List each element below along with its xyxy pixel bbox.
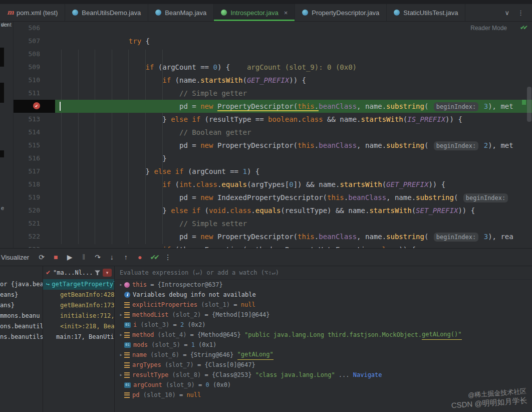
editor-scrollbar[interactable] bbox=[527, 87, 531, 122]
thread-group-item[interactable]: ns.beanutils} bbox=[0, 332, 43, 342]
line-number[interactable]: 518 bbox=[13, 178, 55, 191]
line-number[interactable]: 519 bbox=[13, 191, 55, 204]
stack-frame-getbeaninfo-428-in[interactable]: getBeanInfo:428, In bbox=[43, 290, 114, 300]
equals-sign: = bbox=[169, 320, 180, 330]
line-number[interactable]: 513 bbox=[13, 113, 55, 126]
code-line-512[interactable]: ✔ pd = new PropertyDescriptor(this.beanC… bbox=[13, 100, 532, 113]
variable-row-info[interactable]: iVariables debug info not available bbox=[115, 290, 532, 300]
variable-value[interactable]: Navigate bbox=[353, 370, 382, 380]
code-line-519[interactable]: 519 pd = new IndexedPropertyDescriptor(t… bbox=[13, 191, 532, 204]
tabs-more-icon[interactable]: ⋮ bbox=[517, 9, 524, 17]
line-number[interactable]: 508 bbox=[13, 48, 55, 61]
thread-group-item[interactable]: ons.beanutil bbox=[0, 321, 43, 332]
thread-group-item[interactable]: mmons.beanu bbox=[0, 311, 43, 321]
rerun-debug-icon[interactable]: ⟳ bbox=[36, 253, 47, 261]
variable-row-method[interactable]: ▸method (slot_4) = {Method@645} "public … bbox=[115, 330, 532, 340]
code-line-509[interactable]: 509 if (argCount == 0) { argCount (slot_… bbox=[13, 61, 532, 74]
stack-frame-init-218-beanma[interactable]: <init>:218, BeanMa bbox=[43, 321, 114, 332]
expand-chevron-icon[interactable]: ▸ bbox=[118, 310, 124, 320]
line-number[interactable]: ✔ bbox=[13, 100, 55, 113]
code-line-506[interactable]: 506 bbox=[13, 22, 532, 35]
code-line-511[interactable]: 511 // Simple getter bbox=[13, 87, 532, 100]
thread-group-item[interactable]: ans} bbox=[0, 300, 43, 311]
thread-selector-dropdown-icon[interactable]: ▾ bbox=[103, 269, 112, 277]
line-number[interactable]: 507 bbox=[13, 35, 55, 48]
editor-tab-introspector-java[interactable]: Introspector.java× bbox=[214, 4, 295, 21]
line-number[interactable]: 522 bbox=[13, 230, 55, 243]
filter-frames-icon[interactable] bbox=[95, 270, 100, 276]
stack-frame-initialise-712-beann[interactable]: initialise:712, BeanN bbox=[43, 311, 114, 321]
code-line-513[interactable]: 513 } else if (resultType == boolean.cla… bbox=[13, 113, 532, 126]
line-number[interactable]: 511 bbox=[13, 87, 55, 100]
variable-value: null bbox=[186, 390, 201, 400]
code-line-510[interactable]: 510 if (name.startsWith(GET_PREFIX)) { bbox=[13, 74, 532, 87]
code-token: this bbox=[298, 233, 315, 241]
variable-row-argtypes[interactable]: argTypes (slot_7) = {Class[0]@647} bbox=[115, 360, 532, 370]
editor-tab-propertydescriptor-java[interactable]: PropertyDescriptor.java bbox=[295, 4, 387, 21]
line-number[interactable]: 514 bbox=[13, 126, 55, 139]
line-number[interactable]: 515 bbox=[13, 139, 55, 152]
visualizer-label[interactable]: Visualizer bbox=[1, 254, 29, 261]
expand-chevron-icon[interactable]: ▸ bbox=[118, 350, 124, 360]
stack-frame-main-17-beanutilsd[interactable]: main:17, BeanUtilsD bbox=[43, 332, 114, 342]
code-line-518[interactable]: 518 if (int.class.equals(argTypes[0]) &&… bbox=[13, 178, 532, 191]
code-line-508[interactable]: 508 bbox=[13, 48, 532, 61]
code-line-515[interactable]: 515 pd = new PropertyDescriptor(this.bea… bbox=[13, 139, 532, 152]
step-into-icon[interactable]: ↓ bbox=[106, 253, 117, 261]
variable-row-resulttype[interactable]: ▸resultType (slot_8) = {Class@253} "clas… bbox=[115, 370, 532, 380]
code-line-517[interactable]: 517 } else if (argCount == 1) { bbox=[13, 165, 532, 178]
reader-mode-label[interactable]: Reader Mode bbox=[470, 25, 507, 32]
code-line-522[interactable]: 522 pd = new PropertyDescriptor(this.bea… bbox=[13, 230, 532, 243]
code-line-523[interactable]: 523 if (throwsException(method, Property… bbox=[13, 243, 532, 248]
expand-chevron-icon[interactable]: ▸ bbox=[118, 330, 124, 340]
editor-tab-staticutilstest-java[interactable]: StaticUtilsTest.java bbox=[387, 4, 465, 21]
prim-icon: 01 bbox=[124, 382, 131, 388]
editor-tab-pom-xml-test[interactable]: mpom.xml (test) bbox=[0, 4, 65, 21]
stack-frame-getbeaninfo-173-in[interactable]: getBeanInfo:173, In bbox=[43, 300, 114, 311]
resume-icon[interactable]: ▶ bbox=[64, 253, 75, 261]
pause-icon[interactable]: ‖ bbox=[78, 253, 89, 261]
variable-row-methodlist[interactable]: ▸methodList (slot_2) = {Method[19]@644} bbox=[115, 310, 532, 320]
variable-row-this[interactable]: ▸this = {Introspector@637} bbox=[115, 280, 532, 290]
code-line-516[interactable]: 516 } bbox=[13, 152, 532, 165]
line-number[interactable]: 520 bbox=[13, 204, 55, 217]
tab-label: BeanUtilsDemo.java bbox=[82, 9, 141, 17]
variable-row-i[interactable]: 01i (slot_3) = 2 (0x2) bbox=[115, 320, 532, 330]
thread-group-item[interactable]: eans} bbox=[0, 290, 43, 300]
variable-row-argcount[interactable]: 01argCount (slot_9) = 0 (0x0) bbox=[115, 380, 532, 390]
breakpoint-icon[interactable]: ✔ bbox=[33, 102, 40, 109]
mute-breakpoints-icon[interactable]: ✔✔ bbox=[148, 253, 159, 261]
editor-tab-beanmap-java[interactable]: BeanMap.java bbox=[148, 4, 214, 21]
evaluate-expression-input[interactable]: Evaluate expression (↵) or add a watch (… bbox=[115, 266, 532, 280]
tab-close-icon[interactable]: × bbox=[284, 9, 288, 17]
tabs-chevron-down-icon[interactable]: ∨ bbox=[504, 9, 509, 17]
line-number[interactable]: 516 bbox=[13, 152, 55, 165]
variable-row-mods[interactable]: 01mods (slot_5) = 1 (0x1) bbox=[115, 340, 532, 350]
code-line-507[interactable]: 507 try { bbox=[13, 35, 532, 48]
code-line-521[interactable]: 521 // Simple setter bbox=[13, 217, 532, 230]
debug-more-icon[interactable]: ⋮ bbox=[162, 253, 173, 261]
inspections-ok-icon[interactable]: ✔✔ bbox=[520, 24, 526, 31]
step-over-icon[interactable]: ↷ bbox=[92, 253, 103, 261]
expand-chevron-icon[interactable]: ▸ bbox=[118, 370, 124, 380]
expand-chevron-icon[interactable]: ▸ bbox=[118, 280, 124, 290]
line-number[interactable]: 523 bbox=[13, 243, 55, 248]
stop-icon[interactable]: ■ bbox=[50, 253, 61, 261]
stack-frame-gettargetpropertyl[interactable]: ↪getTargetPropertyl bbox=[43, 279, 114, 290]
line-number[interactable]: 521 bbox=[13, 217, 55, 230]
variable-row-explicitproperties[interactable]: explicitProperties (slot_1) = null bbox=[115, 300, 532, 310]
thread-selector-label[interactable]: "ma...Nl..." bbox=[53, 269, 92, 276]
thread-group-item[interactable]: or {java.beans bbox=[0, 279, 43, 290]
line-number[interactable]: 517 bbox=[13, 165, 55, 178]
code-line-514[interactable]: 514 // Boolean getter bbox=[13, 126, 532, 139]
view-breakpoints-icon[interactable]: ● bbox=[134, 253, 145, 261]
line-number[interactable]: 506 bbox=[13, 22, 55, 35]
variable-slot: (slot_10) bbox=[139, 390, 175, 400]
line-number[interactable]: 510 bbox=[13, 74, 55, 87]
editor-tab-beanutilsdemo-java[interactable]: BeanUtilsDemo.java bbox=[65, 4, 148, 21]
code-editor[interactable]: 506507 try {508509 if (argCount == 0) { … bbox=[0, 22, 532, 248]
line-number[interactable]: 509 bbox=[13, 61, 55, 74]
step-out-icon[interactable]: ↑ bbox=[120, 253, 131, 261]
code-line-520[interactable]: 520 } else if (void.class.equals(resultT… bbox=[13, 204, 532, 217]
variable-row-name[interactable]: ▸name (slot_6) = {String@646} "getALong" bbox=[115, 350, 532, 360]
